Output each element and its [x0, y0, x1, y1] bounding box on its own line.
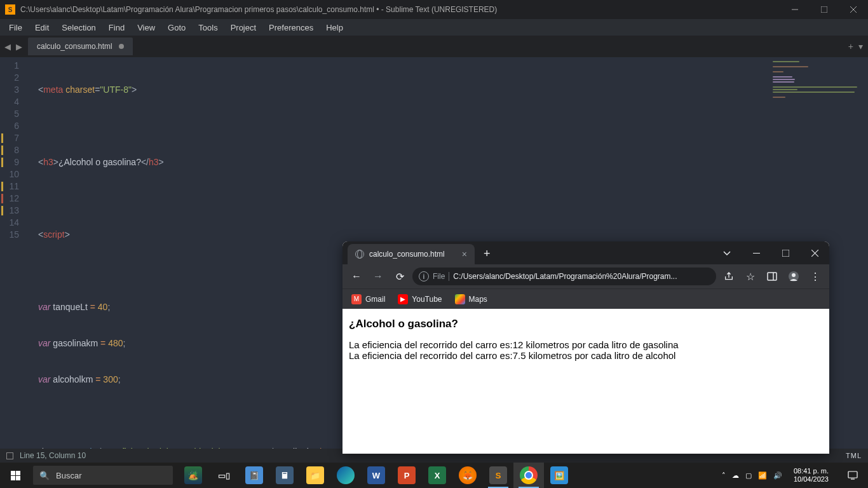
- menu-project[interactable]: Project: [224, 20, 262, 35]
- app-photos[interactable]: 🖼️: [544, 463, 574, 488]
- windows-logo-icon: [11, 471, 20, 480]
- svg-rect-1: [821, 6, 827, 13]
- search-placeholder: Buscar: [56, 471, 81, 480]
- svg-rect-5: [782, 250, 789, 257]
- status-square-icon[interactable]: [6, 452, 13, 459]
- address-bar[interactable]: i File C:/Users/alanc/Desktop/Latam/Prog…: [412, 268, 716, 285]
- file-tab[interactable]: calculo_consumo.html: [28, 37, 133, 55]
- tray-chevron-icon[interactable]: ˄: [722, 471, 726, 480]
- app-chrome[interactable]: [513, 463, 544, 488]
- addr-scheme: File: [433, 272, 445, 281]
- tray-wifi-icon[interactable]: 📶: [758, 471, 767, 480]
- browser-page: ¿Alcohol o gasolina? La eficiencia del r…: [342, 309, 829, 370]
- maximize-button[interactable]: [810, 0, 839, 19]
- minimap[interactable]: [773, 61, 862, 99]
- minimize-button[interactable]: [780, 0, 810, 19]
- taskbar-clock[interactable]: 08:41 p. m. 10/04/2023: [789, 467, 834, 484]
- menu-view[interactable]: View: [131, 20, 161, 35]
- tab-prev-icon[interactable]: ◀: [3, 42, 13, 51]
- close-button[interactable]: [839, 0, 868, 19]
- window-title: C:\Users\alanc\Desktop\Latam\Programació…: [20, 5, 780, 14]
- bookmark-icon[interactable]: ☆: [742, 268, 759, 285]
- start-button[interactable]: [0, 463, 31, 488]
- tab-label: calculo_consumo.html: [37, 42, 112, 51]
- new-tab-icon[interactable]: +: [848, 41, 853, 51]
- reload-button[interactable]: ⟳: [391, 268, 409, 285]
- app-calculator[interactable]: 🖩: [269, 463, 300, 488]
- profile-icon[interactable]: [785, 268, 803, 285]
- tab-dropdown-icon[interactable]: ▾: [858, 41, 863, 51]
- menu-edit[interactable]: Edit: [29, 20, 55, 35]
- app-sublime[interactable]: S: [483, 463, 513, 488]
- menu-tools[interactable]: Tools: [192, 20, 224, 35]
- browser-toolbar: ← → ⟳ i File C:/Users/alanc/Desktop/Lata…: [342, 264, 829, 288]
- app-word[interactable]: W: [361, 463, 391, 488]
- tray-volume-icon[interactable]: 🔊: [773, 471, 782, 480]
- svg-rect-8: [768, 273, 776, 280]
- browser-close-button[interactable]: [800, 241, 829, 264]
- tray-onedrive-icon[interactable]: ☁: [732, 471, 739, 480]
- back-button[interactable]: ←: [348, 268, 365, 285]
- page-line-2: La eficiencia del recorrido del carro es…: [349, 350, 823, 361]
- taskbar-apps: 🏕️ ▭▯ 📓 🖩 📁 W P X 🦊 S 🖼️: [178, 463, 574, 488]
- dirty-indicator-icon: [119, 44, 124, 49]
- search-icon: 🔍: [39, 471, 50, 480]
- kebab-menu-icon[interactable]: ⋮: [806, 268, 824, 285]
- line-gutter: 123456 78910 1112131415: [0, 57, 31, 241]
- notifications-button[interactable]: [840, 463, 865, 488]
- tab-next-icon[interactable]: ▶: [14, 42, 24, 51]
- browser-minimize-button[interactable]: [742, 241, 771, 264]
- taskbar-search[interactable]: 🔍 Buscar: [33, 466, 173, 485]
- clock-date: 10/04/2023: [794, 475, 829, 484]
- status-position: Line 15, Column 10: [20, 451, 86, 460]
- page-line-1: La eficiencia del recorrido del carro es…: [349, 339, 823, 350]
- menu-selection[interactable]: Selection: [55, 20, 102, 35]
- tab-close-icon[interactable]: ×: [462, 249, 467, 259]
- svg-rect-12: [848, 471, 857, 478]
- bookmark-youtube[interactable]: ▶YouTube: [398, 294, 442, 304]
- bookmarks-bar: MGmail ▶YouTube Maps: [342, 288, 829, 309]
- browser-maximize-button[interactable]: [771, 241, 800, 264]
- app-powerpoint[interactable]: P: [391, 463, 422, 488]
- browser-tab-search-icon[interactable]: [712, 241, 742, 264]
- menu-preferences[interactable]: Preferences: [262, 20, 320, 35]
- chrome-window: calculo_consumo.html × + ← → ⟳ i File C:…: [342, 241, 829, 454]
- forward-button[interactable]: →: [369, 268, 387, 285]
- clock-time: 08:41 p. m.: [794, 467, 829, 475]
- app-firefox[interactable]: 🦊: [452, 463, 483, 488]
- menu-help[interactable]: Help: [320, 20, 349, 35]
- browser-tab[interactable]: calculo_consumo.html ×: [348, 244, 475, 264]
- app-taskview[interactable]: ▭▯: [208, 463, 239, 488]
- system-tray: ˄ ☁ ▢ 📶 🔊 08:41 p. m. 10/04/2023: [722, 463, 868, 488]
- menu-bar: File Edit Selection Find View Goto Tools…: [0, 19, 868, 36]
- globe-icon: [355, 250, 364, 259]
- sublime-titlebar: S C:\Users\alanc\Desktop\Latam\Programac…: [0, 0, 868, 19]
- sidepanel-icon[interactable]: [763, 268, 781, 285]
- new-tab-button[interactable]: +: [475, 247, 498, 264]
- menu-find[interactable]: Find: [102, 20, 131, 35]
- app-explorer[interactable]: 📁: [300, 463, 330, 488]
- bookmark-gmail[interactable]: MGmail: [351, 294, 385, 304]
- browser-tab-title: calculo_consumo.html: [369, 250, 445, 259]
- menu-goto[interactable]: Goto: [161, 20, 192, 35]
- share-icon[interactable]: [720, 268, 738, 285]
- windows-taskbar: 🔍 Buscar 🏕️ ▭▯ 📓 🖩 📁 W P X 🦊 S 🖼️ ˄ ☁ ▢ …: [0, 463, 868, 488]
- menu-file[interactable]: File: [3, 20, 29, 35]
- site-info-icon[interactable]: i: [419, 271, 429, 281]
- status-syntax[interactable]: TML: [846, 452, 862, 459]
- svg-point-11: [792, 273, 796, 277]
- app-edge[interactable]: [330, 463, 361, 488]
- app-notes[interactable]: 📓: [239, 463, 269, 488]
- addr-separator: [449, 272, 449, 281]
- sublime-logo-icon: S: [5, 4, 15, 15]
- app-excel[interactable]: X: [422, 463, 452, 488]
- page-heading: ¿Alcohol o gasolina?: [349, 318, 823, 330]
- app-weather[interactable]: 🏕️: [178, 463, 208, 488]
- browser-tab-row: calculo_consumo.html × +: [342, 241, 829, 264]
- tray-meet-icon[interactable]: ▢: [745, 471, 752, 480]
- addr-url: C:/Users/alanc/Desktop/Latam/Programació…: [453, 272, 677, 281]
- tab-bar: ◀ ▶ calculo_consumo.html + ▾: [0, 36, 868, 57]
- bookmark-maps[interactable]: Maps: [455, 294, 487, 304]
